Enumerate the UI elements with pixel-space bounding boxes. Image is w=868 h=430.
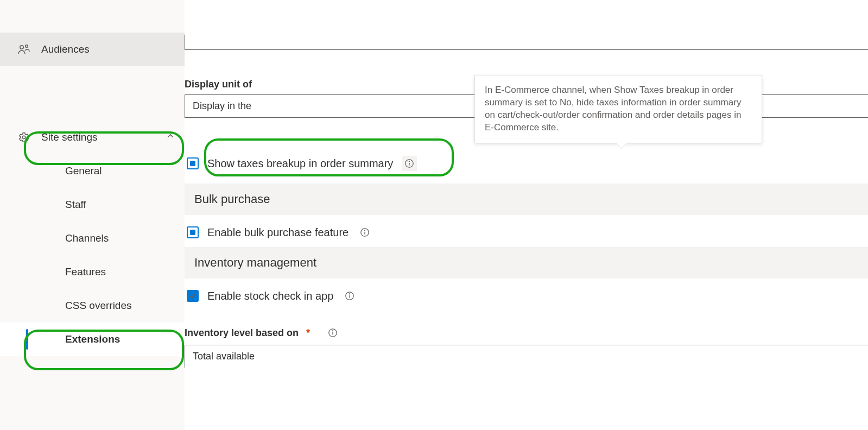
svg-point-1 — [26, 45, 28, 48]
previous-input-partial[interactable] — [185, 35, 868, 50]
sidebar-item-css-overrides[interactable]: CSS overrides — [0, 289, 185, 322]
sidebar-item-label: CSS overrides — [65, 300, 132, 312]
sidebar-item-site-settings[interactable]: Site settings — [0, 121, 185, 154]
sidebar-item-label: General — [65, 165, 102, 177]
svg-point-11 — [350, 294, 350, 294]
gear-icon — [13, 131, 35, 143]
svg-point-14 — [333, 331, 333, 331]
bulk-purchase-section: Bulk purchase Enable bulk purchase featu… — [185, 184, 868, 250]
sidebar-item-label: Audiences — [35, 43, 175, 55]
sidebar: Audiences Site settings General Staff Ch… — [0, 0, 185, 430]
info-icon[interactable] — [357, 225, 372, 240]
sidebar-item-extensions[interactable]: Extensions — [0, 322, 185, 356]
sidebar-item-label: Extensions — [65, 333, 120, 345]
svg-point-0 — [20, 46, 23, 49]
sidebar-item-staff[interactable]: Staff — [0, 188, 185, 222]
info-icon[interactable] — [342, 288, 357, 303]
info-icon[interactable] — [402, 156, 417, 171]
inventory-header: Inventory management — [185, 247, 868, 279]
sidebar-item-label: Staff — [65, 199, 86, 211]
inventory-level-select[interactable]: Total available — [185, 345, 868, 368]
show-taxes-checkbox[interactable] — [187, 157, 199, 169]
svg-point-8 — [365, 230, 365, 231]
tooltip: In E-Commerce channel, when Show Taxes b… — [474, 75, 762, 143]
bulk-purchase-label: Enable bulk purchase feature — [207, 226, 349, 239]
sidebar-item-general[interactable]: General — [0, 154, 185, 188]
chevron-up-icon — [166, 131, 175, 143]
audiences-icon — [13, 43, 35, 56]
inventory-section: Inventory management Enable stock check … — [185, 247, 868, 368]
stock-check-checkbox[interactable] — [187, 290, 199, 302]
main-content: Display unit of Display in the Show taxe… — [185, 0, 868, 430]
inventory-level-label: Inventory level based on * — [185, 325, 868, 340]
svg-point-2 — [22, 136, 26, 139]
required-star: * — [306, 327, 310, 339]
bulk-purchase-header: Bulk purchase — [185, 184, 868, 215]
show-taxes-label: Show taxes breakup in order summary — [207, 157, 393, 170]
sidebar-item-label: Features — [65, 266, 106, 278]
svg-point-5 — [409, 161, 410, 162]
stock-check-label: Enable stock check in app — [207, 290, 333, 302]
info-icon[interactable] — [325, 325, 340, 340]
bulk-purchase-checkbox[interactable] — [187, 226, 199, 238]
sidebar-item-features[interactable]: Features — [0, 255, 185, 289]
show-taxes-row: Show taxes breakup in order summary — [185, 146, 417, 181]
sidebar-item-channels[interactable]: Channels — [0, 222, 185, 255]
sidebar-item-label: Site settings — [35, 131, 166, 143]
sidebar-item-label: Channels — [65, 232, 109, 244]
sidebar-item-audiences[interactable]: Audiences — [0, 33, 185, 66]
